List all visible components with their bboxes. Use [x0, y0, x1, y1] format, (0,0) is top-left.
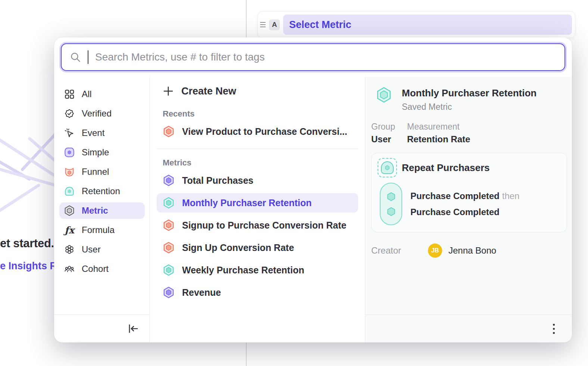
sidebar-item-label: User	[82, 244, 101, 255]
sidebar-item-label: Event	[82, 128, 104, 138]
simple-metric-icon	[64, 147, 75, 158]
search-bar[interactable]	[61, 43, 565, 71]
retention-hexagon-icon	[376, 87, 392, 103]
cohort-people-icon	[64, 263, 75, 274]
funnel-hexagon-icon	[163, 242, 175, 254]
create-new-label: Create New	[181, 86, 236, 97]
drag-handle-icon[interactable]	[260, 22, 266, 27]
metric-list-column: Create New Recents View Product to Purch…	[150, 77, 365, 342]
sidebar-item-funnel[interactable]: Funnel	[59, 164, 145, 180]
insights-report-link[interactable]: e Insights Re	[0, 260, 63, 272]
sidebar-item-label: Cohort	[82, 264, 109, 274]
sidebar-item-event[interactable]: Event	[59, 125, 145, 141]
detail-subtitle: Saved Metric	[402, 102, 537, 112]
metrics-section-label: Metrics	[163, 158, 358, 168]
metric-selector-modal: All Verified	[54, 37, 572, 342]
metric-item-sign-up-conversion-rate[interactable]: Sign Up Conversion Rate	[157, 238, 358, 257]
text-caret	[88, 50, 88, 64]
select-metric-label: Select Metric	[289, 19, 351, 31]
definition-name: Repeat Purchasers	[402, 162, 490, 174]
creator-label: Creator	[371, 245, 428, 256]
funnel-hexagon-icon	[163, 125, 175, 137]
recent-item-view-product-to-purchase[interactable]: View Product to Purchase Conversi...	[157, 122, 358, 141]
creator-name: Jenna Bono	[448, 245, 496, 256]
step-hexagon-icon	[386, 207, 396, 217]
metric-item-label: Weekly Purchase Retention	[182, 265, 304, 276]
metric-item-label: Signup to Purchase Conversion Rate	[182, 220, 346, 231]
sidebar-item-label: Formula	[82, 225, 115, 235]
sidebar-item-label: Retention	[82, 186, 120, 196]
sidebar-item-label: Simple	[82, 147, 109, 158]
retention-steps-capsule	[380, 183, 402, 225]
detail-meta: Group User Measurement Retention Rate	[371, 122, 572, 145]
more-options-icon[interactable]	[551, 322, 557, 336]
funnel-metric-icon	[64, 166, 75, 177]
sidebar-item-label: Metric	[82, 205, 108, 216]
funnel-hexagon-icon	[163, 219, 175, 231]
get-started-text: et started.	[0, 237, 54, 250]
background-chart-decoration	[0, 123, 55, 235]
simple-hexagon-icon	[163, 174, 175, 186]
detail-footer	[365, 314, 572, 342]
user-cluster-icon	[64, 244, 75, 255]
measurement-value: Retention Rate	[407, 134, 470, 145]
metric-item-label: Revenue	[182, 287, 221, 298]
step-two-event: Purchase Completed	[410, 207, 519, 217]
detail-header: Monthly Purchaser Retention Saved Metric	[365, 77, 572, 112]
retention-metric-icon	[64, 186, 75, 197]
metric-row-bar: A Select Metric	[257, 11, 575, 38]
sidebar-item-cohort[interactable]: Cohort	[59, 261, 145, 277]
step-connector: then	[502, 191, 520, 201]
metric-item-signup-to-purchase-conversion-rate[interactable]: Signup to Purchase Conversion Rate	[157, 215, 358, 235]
metric-item-weekly-purchase-retention[interactable]: Weekly Purchase Retention	[157, 260, 358, 280]
sidebar-item-label: Funnel	[82, 167, 109, 177]
type-filter-sidebar: All Verified	[54, 77, 150, 342]
sidebar-item-label: All	[82, 89, 92, 99]
formula-icon: ƒx	[64, 224, 75, 236]
sidebar-item-formula[interactable]: ƒx Formula	[59, 222, 145, 238]
step-one-line: Purchase Completedthen	[410, 191, 519, 201]
recents-section-label: Recents	[163, 109, 358, 119]
sidebar-item-label: Verified	[82, 108, 112, 119]
step-hexagon-icon	[386, 192, 396, 202]
creator-row: Creator JB Jenna Bono	[371, 244, 572, 258]
step-one-event: Purchase Completed	[410, 191, 500, 201]
select-metric-button[interactable]: Select Metric	[283, 15, 572, 35]
sidebar-footer	[54, 314, 149, 342]
cohort-definition-icon	[378, 158, 397, 177]
search-focus-ring	[59, 42, 567, 72]
creator-avatar: JB	[428, 244, 442, 258]
plus-icon	[163, 86, 174, 97]
retention-hexagon-icon	[163, 197, 175, 209]
create-new-button[interactable]: Create New	[157, 82, 358, 100]
collapse-sidebar-icon[interactable]	[128, 323, 139, 334]
search-icon	[70, 52, 81, 63]
series-a-badge: A	[269, 19, 280, 30]
metric-detail-panel: Monthly Purchaser Retention Saved Metric…	[365, 77, 572, 342]
grid-icon	[64, 89, 75, 100]
sidebar-item-metric[interactable]: Metric	[59, 202, 145, 219]
metric-item-revenue[interactable]: Revenue	[157, 283, 358, 302]
metric-selector-screen: et started. e Insights Re A Select Metri…	[0, 0, 588, 366]
retention-hexagon-icon	[163, 264, 175, 276]
metric-hexagon-icon	[64, 205, 75, 216]
retention-definition-card: Repeat Purchasers Purchase Completedthen…	[371, 153, 567, 232]
metric-item-label: Total Purchases	[182, 175, 253, 186]
event-cursor-icon	[64, 127, 75, 139]
metric-item-total-purchases[interactable]: Total Purchases	[157, 171, 358, 190]
sidebar-item-all[interactable]: All	[59, 86, 145, 102]
sidebar-item-user[interactable]: User	[59, 241, 145, 258]
metric-item-label: View Product to Purchase Conversi...	[182, 126, 347, 137]
sidebar-item-simple[interactable]: Simple	[59, 144, 145, 161]
sidebar-item-verified[interactable]: Verified	[59, 105, 145, 122]
metric-item-monthly-purchaser-retention[interactable]: Monthly Purchaser Retention	[157, 193, 358, 213]
metric-item-label: Monthly Purchaser Retention	[182, 198, 312, 208]
verified-badge-icon	[64, 108, 75, 119]
simple-hexagon-icon	[163, 286, 175, 298]
search-input[interactable]	[95, 51, 556, 63]
group-label: Group	[371, 122, 397, 132]
group-value: User	[371, 134, 397, 145]
detail-title: Monthly Purchaser Retention	[402, 87, 537, 99]
section-divider	[157, 149, 358, 149]
sidebar-item-retention[interactable]: Retention	[59, 183, 145, 199]
